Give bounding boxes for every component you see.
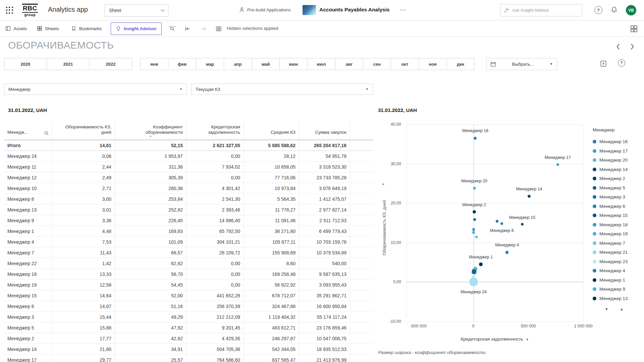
table-cell[interactable]: 253,84 [115, 194, 186, 204]
column-header-turnover-days[interactable]: Оборачиваемость КЗ, дней [52, 121, 115, 140]
table-cell[interactable]: 246 297,87 [244, 333, 299, 344]
bubble-Менеджер 17[interactable] [556, 163, 559, 166]
legend-item[interactable]: Менеджер 6 [593, 202, 643, 211]
table-cell[interactable]: 324 467,88 [244, 301, 299, 311]
table-cell[interactable]: Менеджер 10 [4, 183, 52, 193]
table-cell[interactable]: Менеджер 6 [4, 301, 52, 311]
tab-sheets[interactable]: Sheets [37, 20, 59, 37]
month-button-дек[interactable]: дек [446, 58, 475, 70]
table-cell[interactable]: 7 934,02 [186, 162, 244, 172]
table-cell[interactable]: 1 119 404,32 [244, 312, 299, 322]
sheet-selector-dropdown[interactable]: Sheet [105, 4, 168, 17]
table-cell[interactable]: 52,15 [115, 140, 186, 150]
table-cell[interactable]: 25,57 [115, 355, 186, 362]
table-cell[interactable]: 0,00 [186, 172, 244, 183]
table-cell[interactable]: 252,82 [115, 204, 186, 215]
legend-item[interactable]: Менеджер 18 [593, 220, 643, 230]
table-cell[interactable]: 0,00 [186, 280, 244, 290]
table-cell[interactable]: 15,44 [52, 312, 115, 322]
table-cell[interactable]: Менеджер 22 [4, 258, 52, 268]
prebuild-applications-button[interactable]: Pre-build Applications [239, 7, 291, 13]
table-cell[interactable]: 15,88 [52, 322, 115, 333]
table-cell[interactable]: 10 547 008,75 [299, 333, 350, 344]
month-button-апр[interactable]: апр [224, 58, 252, 70]
table-cell[interactable]: 14 996,40 [186, 215, 244, 226]
legend-item[interactable]: Менеджер 13 [593, 294, 643, 303]
table-cell[interactable]: 9 597 635,13 [299, 269, 350, 279]
legend-item[interactable]: Менеджер 15 [593, 211, 643, 220]
month-button-сен[interactable]: сен [363, 58, 391, 70]
app-launcher-icon[interactable] [6, 7, 13, 14]
table-cell[interactable]: 0,00 [186, 258, 244, 268]
table-cell[interactable]: 1 412 475,07 [299, 194, 350, 204]
table-cell[interactable]: 0,06 [52, 151, 115, 161]
table-cell[interactable]: 21 413 976,99 [299, 355, 350, 362]
bubble-Менеджер 14[interactable] [528, 195, 531, 198]
table-cell[interactable]: 105 877,11 [244, 237, 299, 247]
table-cell[interactable]: 14,64 [52, 290, 115, 301]
table-cell[interactable]: 2 541,30 [186, 194, 244, 204]
table-cell[interactable]: 5 564,35 [244, 194, 299, 204]
table-cell[interactable]: 2,49 [52, 172, 115, 183]
legend-item[interactable]: Менеджер 16 [593, 137, 643, 146]
bubble-Менеджер 10[interactable] [472, 269, 476, 273]
table-cell[interactable]: 280,36 [115, 183, 186, 193]
table-cell[interactable]: 6 499 779,43 [299, 226, 350, 236]
current-kz-filter-dropdown[interactable]: Текущая КЗ ▼ [191, 83, 373, 95]
table-cell[interactable]: 2 393,46 [186, 204, 244, 215]
month-button-май[interactable]: май [252, 58, 280, 70]
table-cell[interactable]: Менеджер 5 [4, 322, 52, 333]
month-button-окт[interactable]: окт [391, 58, 419, 70]
table-cell[interactable]: 483 612,71 [244, 322, 299, 333]
previous-sheet-button[interactable] [613, 42, 623, 52]
table-cell[interactable]: 256 370,39 [186, 301, 244, 311]
legend-item[interactable]: Менеджер 4 [593, 266, 643, 276]
legend-item[interactable]: Менеджер 23 [593, 257, 643, 266]
table-cell[interactable]: Менеджер 15 [4, 290, 52, 301]
column-header-purchases[interactable]: Сумма закупок [299, 121, 350, 140]
table-cell[interactable]: 3,01 [52, 204, 115, 215]
table-cell[interactable]: 155 908,69 [244, 247, 299, 258]
legend-item[interactable]: Менеджер 19 [593, 229, 643, 239]
table-cell[interactable]: 3 076 649,19 [299, 183, 350, 193]
tab-assets[interactable]: Assets [5, 20, 27, 37]
table-cell[interactable]: 542 344,05 [244, 344, 299, 354]
table-cell[interactable]: 0,00 [186, 151, 244, 161]
table-cell[interactable]: Менеджер 12 [4, 172, 52, 183]
legend-item[interactable]: Менеджер 17 [593, 146, 643, 156]
table-cell[interactable]: 26 109,72 [186, 247, 244, 258]
table-cell[interactable]: 65 792,50 [186, 226, 244, 236]
table-cell[interactable]: 35 291 862,71 [299, 290, 350, 301]
search-icon[interactable] [44, 131, 49, 136]
date-picker-dropdown[interactable]: Выбрать... ▼ [486, 58, 557, 70]
table-cell[interactable]: 14,87 [52, 301, 115, 311]
bubble-Менеджер 6[interactable] [500, 222, 503, 225]
table-cell[interactable]: 504 705,36 [186, 344, 244, 354]
table-cell[interactable]: 54 951,78 [299, 151, 350, 161]
legend-item[interactable]: Менеджер 7 [593, 239, 643, 248]
table-cell[interactable]: 169 258,48 [244, 269, 299, 279]
table-cell[interactable]: 11,43 [52, 247, 115, 258]
bubble-Менеджер 4[interactable] [505, 251, 508, 254]
table-cell[interactable]: 0,00 [186, 269, 244, 279]
month-button-авг[interactable]: авг [335, 58, 363, 70]
table-cell[interactable]: 55 174 117,24 [299, 312, 350, 322]
bubble-Менеджер 1[interactable] [479, 262, 483, 266]
table-cell[interactable]: 3 318 523,30 [299, 162, 350, 172]
bubble-Менеджер 16[interactable] [474, 137, 477, 140]
table-cell[interactable]: Менеджер 9 [4, 215, 52, 226]
insight-advisor-search[interactable] [500, 4, 582, 16]
table-cell[interactable]: 304 101,21 [186, 237, 244, 247]
legend-item[interactable]: Менеджер 2 [593, 174, 643, 183]
legend-item[interactable]: Менеджер 1 [593, 276, 643, 285]
table-cell[interactable]: 12,58 [52, 280, 115, 290]
table-cell[interactable]: 4 301,42 [186, 183, 244, 193]
table-cell[interactable]: 1,42 [52, 258, 115, 268]
year-button-2021[interactable]: 2021 [47, 58, 90, 70]
ask-insight-advisor-input[interactable] [512, 8, 579, 13]
table-cell[interactable]: 49,29 [115, 312, 186, 322]
table-cell[interactable]: 18 935 512,53 [299, 344, 350, 354]
tab-bookmarks[interactable]: Bookmarks [71, 20, 102, 37]
table-cell[interactable]: 11 778,27 [244, 204, 299, 215]
legend-item[interactable]: Менеджер 20 [593, 156, 643, 165]
